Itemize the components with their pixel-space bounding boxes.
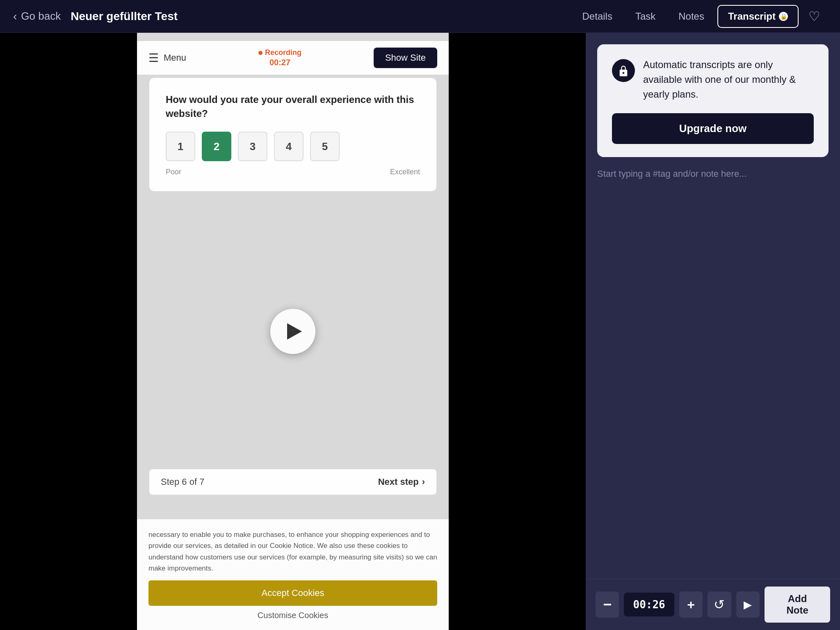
menu-button[interactable]: ☰ Menu [148,51,186,65]
label-poor: Poor [166,168,181,176]
play-overlay[interactable] [270,309,315,354]
replay-button[interactable]: ↺ [708,591,731,618]
playback-play-button[interactable]: ▶ [736,591,760,618]
main-content: ☰ Menu Recording 00:27 Show Site How wou… [0,33,840,630]
next-step-label: Next step [378,477,419,487]
cookie-overlay: necessary to enable you to make purchase… [137,519,449,630]
note-textarea[interactable] [586,157,840,579]
lock-svg [618,65,629,76]
header-nav: Details Task Notes Transcript 🔒 ♡ [573,5,827,28]
recording-bar: ☰ Menu Recording 00:27 Show Site [137,41,449,75]
upgrade-card: Automatic transcripts are only available… [597,44,829,157]
next-step-button[interactable]: Next step › [378,477,425,487]
next-step-chevron-icon: › [422,477,425,487]
play-button[interactable] [270,309,315,354]
rating-4[interactable]: 4 [274,132,304,161]
transcript-label: Transcript [728,11,776,22]
upgrade-message: Automatic transcripts are only available… [643,57,814,102]
step-indicator: Step 6 of 7 Next step › [149,469,436,495]
header-left: ‹ Go back Neuer gefüllter Test [13,10,573,23]
time-increase-button[interactable]: + [679,591,703,618]
favorite-button[interactable]: ♡ [802,5,827,27]
go-back-label: Go back [21,10,61,23]
hamburger-icon: ☰ [148,51,159,65]
tab-details[interactable]: Details [573,6,622,27]
upgrade-now-button[interactable]: Upgrade now [612,113,814,144]
rating-5[interactable]: 5 [310,132,340,161]
tab-task[interactable]: Task [625,6,665,27]
header: ‹ Go back Neuer gefüllter Test Details T… [0,0,840,33]
lock-icon: 🔒 [779,12,788,21]
lock-icon-large [612,59,635,82]
survey-question: How would you rate your overall experien… [166,93,420,120]
play-triangle-icon [287,323,302,340]
recording-dot [258,51,262,55]
recording-badge: Recording 00:27 [258,48,301,67]
rating-2[interactable]: 2 [202,132,231,161]
bottom-controls: − 00:26 + ↺ ▶ Add Note [586,579,840,630]
customise-cookies-button[interactable]: Customise Cookies [148,611,437,620]
time-decrease-button[interactable]: − [596,591,619,618]
go-back-button[interactable]: ‹ Go back [13,10,61,23]
recording-time: 00:27 [269,58,290,67]
left-panel: ☰ Menu Recording 00:27 Show Site How wou… [0,33,586,630]
accept-cookies-button[interactable]: Accept Cookies [148,580,437,606]
rating-row: 1 2 3 4 5 [166,132,420,161]
label-excellent: Excellent [390,168,420,176]
rating-labels: Poor Excellent [166,168,420,176]
time-display: 00:26 [624,593,674,616]
right-panel: Automatic transcripts are only available… [586,33,840,630]
back-arrow-icon: ‹ [13,10,17,23]
note-area [586,157,840,579]
rating-1[interactable]: 1 [166,132,195,161]
page-title: Neuer gefüllter Test [71,10,178,23]
add-note-button[interactable]: Add Note [765,587,830,623]
step-text: Step 6 of 7 [161,477,204,487]
tab-transcript[interactable]: Transcript 🔒 [717,5,799,28]
rating-3[interactable]: 3 [238,132,267,161]
cookie-text: necessary to enable you to make purchase… [148,529,437,574]
tab-notes[interactable]: Notes [669,6,714,27]
recording-text: Recording [265,48,301,57]
recording-indicator: Recording [258,48,301,57]
survey-card: How would you rate your overall experien… [149,78,436,191]
upgrade-card-header: Automatic transcripts are only available… [612,57,814,102]
menu-label: Menu [164,52,186,63]
show-site-button[interactable]: Show Site [374,48,437,68]
